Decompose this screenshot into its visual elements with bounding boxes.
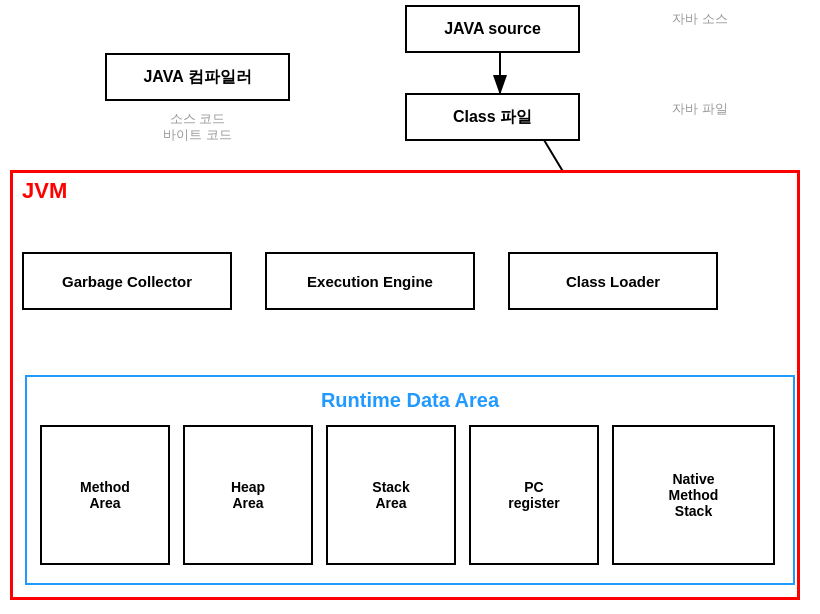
faded-label-2: 바이트 코드 xyxy=(105,126,290,144)
stack-area-label: Stack Area xyxy=(372,479,409,511)
faded-label-4: 자바 파일 xyxy=(620,100,780,118)
jvm-label: JVM xyxy=(22,178,67,204)
garbage-collector-label: Garbage Collector xyxy=(62,273,192,290)
execution-engine-box: Execution Engine xyxy=(265,252,475,310)
class-loader-box: Class Loader xyxy=(508,252,718,310)
execution-engine-label: Execution Engine xyxy=(307,273,433,290)
pc-register-label: PC register xyxy=(508,479,559,511)
java-source-box: JAVA source xyxy=(405,5,580,53)
java-compiler-box: JAVA 컴파일러 xyxy=(105,53,290,101)
java-source-label: JAVA source xyxy=(444,20,541,38)
diagram: JAVA source Class 파일 JAVA 컴파일러 소스 코드 바이트… xyxy=(0,0,820,614)
native-method-stack-label: Native Method Stack xyxy=(669,471,719,519)
class-loader-label: Class Loader xyxy=(566,273,660,290)
class-file-label: Class 파일 xyxy=(453,107,532,128)
native-method-stack-box: Native Method Stack xyxy=(612,425,775,565)
java-compiler-label: JAVA 컴파일러 xyxy=(143,67,251,88)
heap-area-box: Heap Area xyxy=(183,425,313,565)
method-area-box: Method Area xyxy=(40,425,170,565)
stack-area-box: Stack Area xyxy=(326,425,456,565)
runtime-data-area-label: Runtime Data Area xyxy=(27,389,793,412)
garbage-collector-box: Garbage Collector xyxy=(22,252,232,310)
heap-area-label: Heap Area xyxy=(231,479,265,511)
faded-label-3: 자바 소스 xyxy=(620,10,780,28)
class-file-box: Class 파일 xyxy=(405,93,580,141)
pc-register-box: PC register xyxy=(469,425,599,565)
method-area-label: Method Area xyxy=(80,479,130,511)
